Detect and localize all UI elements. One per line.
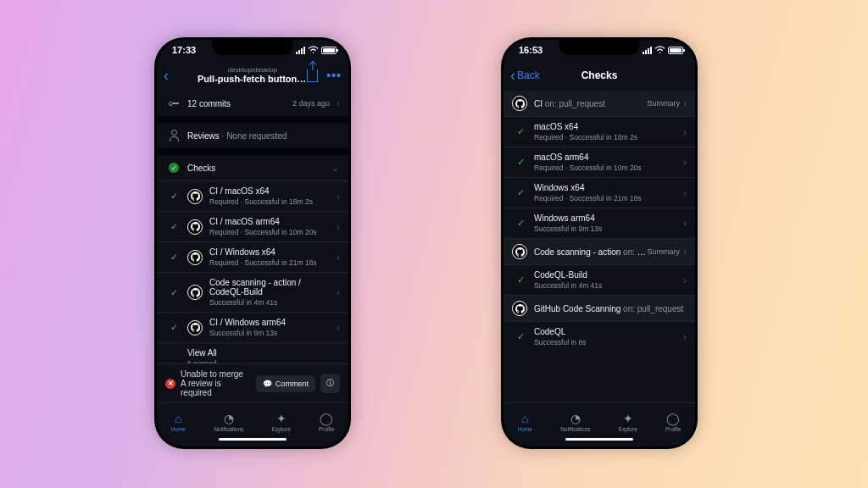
check-icon: ✓ bbox=[517, 274, 525, 286]
notch bbox=[559, 40, 640, 55]
check-row[interactable]: ✓ CI / Windows arm64Successful in 9m 13s… bbox=[157, 312, 348, 342]
check-row[interactable]: ✓ CI / macOS arm64Required · Successful … bbox=[157, 211, 348, 241]
check-icon: ✓ bbox=[170, 322, 178, 333]
check-icon: ✓ bbox=[170, 252, 178, 263]
check-icon: ✓ bbox=[517, 126, 525, 137]
check-row[interactable]: ✓macOS x64Required · Successful in 18m 2… bbox=[504, 116, 695, 147]
clock: 16:53 bbox=[519, 45, 542, 55]
back-button[interactable]: ‹ bbox=[510, 67, 515, 85]
summary-link[interactable]: Summary bbox=[647, 247, 680, 256]
view-all-row[interactable]: View All6 passed bbox=[157, 342, 348, 363]
person-icon: ◯ bbox=[320, 412, 333, 425]
tab-explore[interactable]: ✦Explore bbox=[619, 412, 637, 432]
reviews-row[interactable]: Reviews · None requested bbox=[157, 123, 348, 148]
check-icon: ✓ bbox=[517, 218, 525, 229]
check-row[interactable]: ✓ CI / Windows x64Required · Successful … bbox=[157, 241, 348, 272]
summary-link[interactable]: Summary bbox=[647, 99, 680, 108]
github-avatar bbox=[187, 320, 203, 336]
check-icon: ✓ bbox=[517, 157, 525, 168]
chevron-right-icon: › bbox=[683, 331, 687, 343]
svg-point-0 bbox=[313, 52, 314, 53]
chevron-right-icon: › bbox=[337, 286, 340, 298]
chevron-right-icon: › bbox=[337, 322, 340, 334]
check-row[interactable]: ✓ Code scanning - action / CodeQL-BuildS… bbox=[157, 272, 348, 312]
tab-notifications[interactable]: ◔Notifications bbox=[560, 412, 590, 432]
tab-notifications[interactable]: ◔Notifications bbox=[214, 412, 243, 432]
battery-icon bbox=[321, 47, 337, 54]
chevron-right-icon: › bbox=[683, 126, 687, 138]
home-indicator bbox=[504, 438, 695, 446]
page-title: Checks bbox=[544, 69, 654, 81]
check-row[interactable]: ✓macOS arm64Required · Successful in 10m… bbox=[504, 147, 695, 177]
github-avatar bbox=[187, 189, 203, 204]
pr-content: 12 commits 2 days ago › Reviews · None r… bbox=[157, 91, 348, 363]
check-row[interactable]: ✓CodeQLSuccessful in 6s› bbox=[504, 321, 695, 352]
check-icon: ✓ bbox=[170, 287, 178, 298]
bell-icon: ◔ bbox=[224, 412, 234, 425]
back-label[interactable]: Back bbox=[517, 69, 540, 81]
info-button[interactable]: ⓘ bbox=[320, 374, 340, 393]
tab-profile[interactable]: ◯Profile bbox=[319, 412, 334, 432]
comment-icon: 💬 bbox=[263, 380, 272, 388]
chevron-right-icon: › bbox=[337, 191, 340, 202]
check-row[interactable]: ✓ CI / macOS x64Required · Successful in… bbox=[157, 180, 348, 211]
commit-icon bbox=[169, 98, 179, 108]
person-icon: ◯ bbox=[666, 412, 680, 425]
github-avatar bbox=[512, 301, 527, 316]
tab-explore[interactable]: ✦Explore bbox=[272, 412, 291, 432]
back-button[interactable]: ‹ bbox=[164, 67, 169, 85]
checks-header[interactable]: ✓ Checks ⌄ bbox=[157, 155, 348, 180]
chevron-right-icon: › bbox=[683, 157, 687, 169]
cellular-icon bbox=[643, 47, 652, 54]
bell-icon: ◔ bbox=[570, 412, 581, 425]
check-row[interactable]: ✓CodeQL-BuildSuccessful in 4m 41s› bbox=[504, 264, 695, 295]
home-icon: ⌂ bbox=[175, 412, 181, 425]
workflow-header[interactable]: GitHub Code Scanning on: pull_request bbox=[504, 295, 695, 321]
phone-pr-view: 17:33 ‹ desktop/desktop Pull-push-fetch … bbox=[157, 40, 348, 446]
check-icon: ✓ bbox=[517, 331, 525, 342]
github-avatar bbox=[187, 250, 203, 265]
chevron-right-icon: › bbox=[337, 252, 340, 263]
error-icon: ✕ bbox=[165, 379, 175, 389]
tab-bar: ⌂Home ◔Notifications ✦Explore ◯Profile bbox=[157, 402, 348, 438]
phone-checks-view: 16:53 ‹ Back Checks CI on: pull_request … bbox=[504, 40, 695, 446]
chevron-right-icon: › bbox=[337, 97, 340, 109]
nav-bar: ‹ Back Checks bbox=[504, 60, 695, 91]
checks-content: CI on: pull_request Summary › ✓macOS x64… bbox=[504, 91, 695, 402]
github-avatar bbox=[512, 96, 527, 111]
github-avatar bbox=[512, 244, 527, 259]
check-row[interactable]: ✓Windows x64Required · Successful in 21m… bbox=[504, 177, 695, 208]
chevron-right-icon: › bbox=[683, 246, 687, 258]
chevron-right-icon: › bbox=[683, 274, 687, 286]
tab-home[interactable]: ⌂Home bbox=[171, 412, 186, 432]
success-icon: ✓ bbox=[169, 163, 179, 173]
clock: 17:33 bbox=[172, 45, 196, 55]
telescope-icon: ✦ bbox=[623, 412, 633, 425]
tab-home[interactable]: ⌂Home bbox=[518, 412, 532, 432]
home-icon: ⌂ bbox=[521, 412, 528, 425]
notch bbox=[213, 40, 293, 55]
share-button[interactable] bbox=[307, 67, 318, 85]
chevron-right-icon: › bbox=[683, 97, 687, 109]
cellular-icon bbox=[296, 47, 305, 54]
tab-profile[interactable]: ◯Profile bbox=[665, 412, 681, 432]
wifi-icon bbox=[654, 46, 665, 54]
github-avatar bbox=[187, 219, 203, 235]
check-icon: ✓ bbox=[170, 221, 178, 232]
wifi-icon bbox=[308, 46, 319, 54]
workflow-header[interactable]: CI on: pull_request Summary › bbox=[504, 91, 695, 116]
check-row[interactable]: ✓Windows arm64Successful in 9m 13s› bbox=[504, 208, 695, 238]
check-icon: ✓ bbox=[517, 187, 525, 198]
chevron-down-icon: ⌄ bbox=[331, 162, 340, 174]
more-button[interactable]: ••• bbox=[326, 69, 342, 82]
commits-row[interactable]: 12 commits 2 days ago › bbox=[157, 91, 348, 116]
workflow-header[interactable]: Code scanning - action on: p… Summary › bbox=[504, 238, 695, 264]
comment-button[interactable]: 💬Comment bbox=[256, 375, 315, 392]
commits-age: 2 days ago bbox=[292, 99, 330, 108]
chevron-right-icon: › bbox=[683, 187, 687, 199]
svg-point-1 bbox=[659, 52, 661, 53]
merge-footer: ✕ Unable to merge A review is required 💬… bbox=[157, 363, 348, 402]
check-icon: ✓ bbox=[170, 191, 178, 202]
pr-title: Pull-push-fetch button + dropd… bbox=[198, 74, 308, 84]
telescope-icon: ✦ bbox=[276, 412, 287, 425]
